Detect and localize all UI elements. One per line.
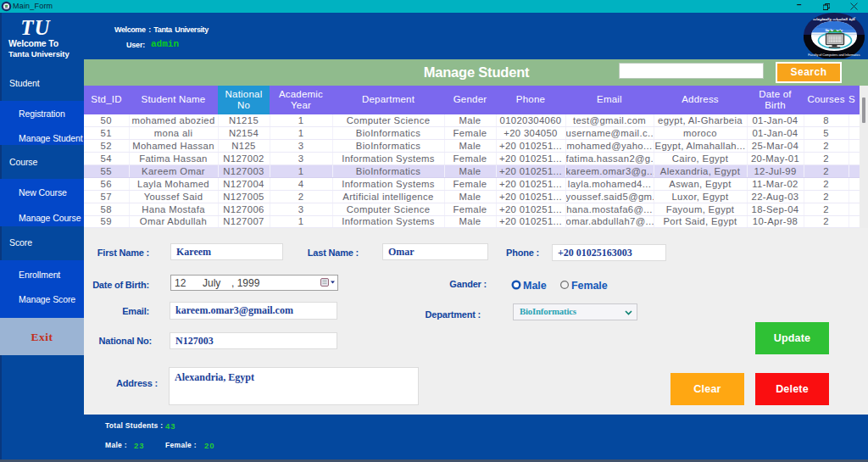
svg-text:كلية الحاسبات والمعلومات: كلية الحاسبات والمعلومات: [813, 17, 856, 21]
svg-text:Faculty of Computers and Infor: Faculty of Computers and Informatics: [808, 53, 860, 57]
